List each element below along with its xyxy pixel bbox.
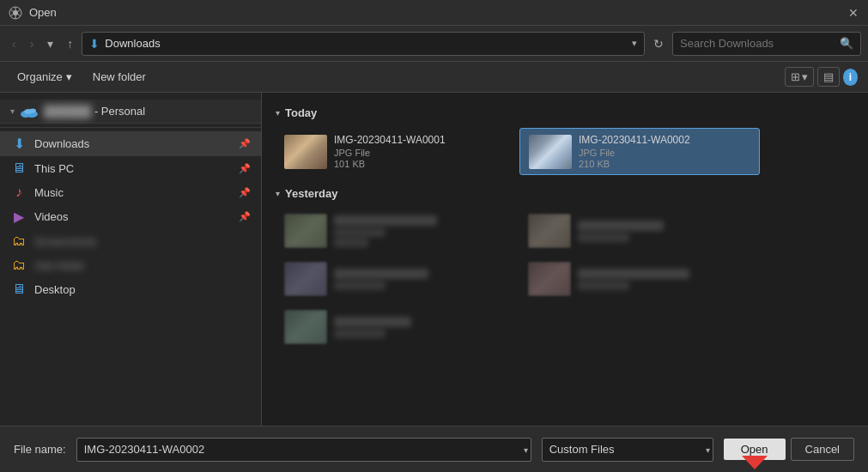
pane-button[interactable]: ▤ <box>817 67 840 87</box>
title-bar-left: Open <box>9 6 57 20</box>
info-button[interactable]: i <box>843 69 858 86</box>
blurred-thumbnail-3 <box>284 262 327 296</box>
videos-pin-icon: 📌 <box>239 211 251 222</box>
file-info-img1: IMG-20230411-WA0001 JPG File 101 KB <box>334 134 507 169</box>
blurred-name-5 <box>334 317 411 327</box>
back-icon: ‹ <box>12 37 16 51</box>
up-button[interactable]: ↑ <box>62 33 78 54</box>
yesterday-title: Yesterday <box>285 187 337 200</box>
search-input[interactable] <box>680 37 835 50</box>
blurred-info-3 <box>334 269 507 290</box>
blurred-thumb-4 <box>528 262 571 296</box>
today-files-grid: IMG-20230411-WA0001 JPG File 101 KB IMG-… <box>276 128 854 175</box>
sidebar-item-blurred-2[interactable]: 🗂 Ads folder <box>0 253 261 277</box>
yesterday-section-header: ▾ Yesterday <box>276 187 854 200</box>
blurred-size-4 <box>578 281 629 290</box>
open-button-container: Open <box>724 439 786 460</box>
personal-label: ██████ - Personal <box>44 105 145 118</box>
blurred-file-3[interactable] <box>276 257 516 301</box>
file-item-img2[interactable]: IMG-20230411-WA0002 JPG File 210 KB <box>519 128 760 175</box>
downloads-pin-icon: 📌 <box>239 138 251 149</box>
sidebar-section-header[interactable]: ▾ ██████ - Personal <box>0 100 261 124</box>
view-icon: ⊞ <box>791 70 800 83</box>
sidebar-blurred-1-label: Screenshots <box>34 235 251 248</box>
blurred-file-2[interactable] <box>519 209 760 253</box>
address-bar[interactable]: ⬇ Downloads ▾ <box>82 32 645 56</box>
download-address-icon: ⬇ <box>89 37 100 51</box>
sidebar-this-pc-label: This PC <box>34 162 232 175</box>
close-button[interactable]: ✕ <box>847 7 859 19</box>
action-buttons: Open Cancel <box>724 438 854 461</box>
personal-text: - Personal <box>94 105 145 118</box>
sidebar-item-videos[interactable]: ▶ Videos 📌 <box>0 204 261 229</box>
toolbar: Organize ▾ New folder ⊞ ▾ ▤ i <box>0 62 868 93</box>
organize-label: Organize <box>17 70 63 83</box>
yesterday-files-grid <box>276 209 854 349</box>
blurred-file-1[interactable] <box>276 209 516 253</box>
file-type-select[interactable]: Custom Files All Files JPG Files <box>542 438 713 462</box>
open-button[interactable]: Open <box>724 439 786 460</box>
blurred-size-2 <box>578 233 629 242</box>
address-dropdown-icon[interactable]: ▾ <box>632 38 637 49</box>
sidebar-item-this-pc[interactable]: 🖥 This PC 📌 <box>0 156 261 180</box>
blurred-thumb-2 <box>528 214 571 248</box>
dropdown-button[interactable]: ▾ <box>42 33 58 54</box>
bottom-bar: File name: ▾ Custom Files All Files JPG … <box>0 426 868 472</box>
file-size-img2: 210 KB <box>579 159 750 169</box>
blurred-type-1 <box>334 239 368 247</box>
back-button[interactable]: ‹ <box>7 33 21 54</box>
sidebar-music-label: Music <box>34 186 232 199</box>
blurred-thumb-3 <box>284 262 327 296</box>
sidebar-divider <box>0 127 261 128</box>
account-name-blurred: ██████ <box>44 105 91 118</box>
desktop-icon: 🖥 <box>10 281 27 297</box>
search-bar: 🔍 <box>672 32 861 56</box>
svg-point-1 <box>13 10 18 15</box>
blurred-file-4[interactable] <box>519 257 760 301</box>
today-title: Today <box>285 106 317 119</box>
file-area: ▾ Today IMG-20230411-WA0001 JPG File 101… <box>262 93 868 426</box>
nav-bar: ‹ › ▾ ↑ ⬇ Downloads ▾ ↻ 🔍 <box>0 26 868 62</box>
music-pin-icon: 📌 <box>239 187 251 198</box>
toolbar-right: ⊞ ▾ ▤ i <box>785 67 858 87</box>
blurred-size-3 <box>334 281 385 290</box>
file-name-input-wrapper: ▾ <box>76 438 531 462</box>
refresh-button[interactable]: ↻ <box>648 33 669 54</box>
today-section-header: ▾ Today <box>276 106 854 119</box>
address-path: Downloads <box>105 37 627 50</box>
file-item-img1[interactable]: IMG-20230411-WA0001 JPG File 101 KB <box>276 128 516 175</box>
sidebar-item-desktop[interactable]: 🖥 Desktop <box>0 277 261 301</box>
blurred-file-5[interactable] <box>276 305 516 349</box>
blurred-thumbnail-1 <box>284 214 327 248</box>
organize-button[interactable]: Organize ▾ <box>10 67 79 87</box>
sidebar-item-blurred-1[interactable]: 🗂 Screenshots <box>0 229 261 253</box>
blurred-name-2 <box>578 221 664 231</box>
downloads-icon: ⬇ <box>10 136 27 152</box>
file-name-input[interactable] <box>76 438 531 462</box>
file-name-label: File name: <box>14 443 66 456</box>
view-button[interactable]: ⊞ ▾ <box>785 67 814 87</box>
file-type-select-wrapper: Custom Files All Files JPG Files ▾ <box>542 438 713 462</box>
blurred-info-2 <box>578 221 751 242</box>
main-content: ▾ ██████ - Personal ⬇ Downloads 📌 🖥 This… <box>0 93 868 426</box>
up-icon: ↑ <box>67 37 73 51</box>
organize-dropdown-icon: ▾ <box>66 70 72 83</box>
sidebar-item-music[interactable]: ♪ Music 📌 <box>0 180 261 204</box>
file-info-img2: IMG-20230411-WA0002 JPG File 210 KB <box>579 134 750 169</box>
chrome-icon <box>9 6 22 20</box>
music-icon: ♪ <box>10 185 27 200</box>
cancel-button[interactable]: Cancel <box>791 438 854 461</box>
new-folder-button[interactable]: New folder <box>86 67 153 87</box>
forward-button[interactable]: › <box>25 33 39 54</box>
blurred-item-1-icon: 🗂 <box>10 233 27 249</box>
onedrive-icon <box>20 106 39 118</box>
blurred-thumbnail-2 <box>528 214 571 248</box>
today-arrow-icon: ▾ <box>276 108 280 118</box>
sidebar-desktop-label: Desktop <box>34 283 251 296</box>
sidebar-item-downloads[interactable]: ⬇ Downloads 📌 <box>0 131 261 156</box>
new-folder-label: New folder <box>93 70 146 83</box>
blurred-thumbnail-4 <box>528 262 571 296</box>
blurred-info-1 <box>334 215 507 247</box>
sidebar-videos-label: Videos <box>34 210 232 223</box>
yesterday-arrow-icon: ▾ <box>276 189 280 198</box>
